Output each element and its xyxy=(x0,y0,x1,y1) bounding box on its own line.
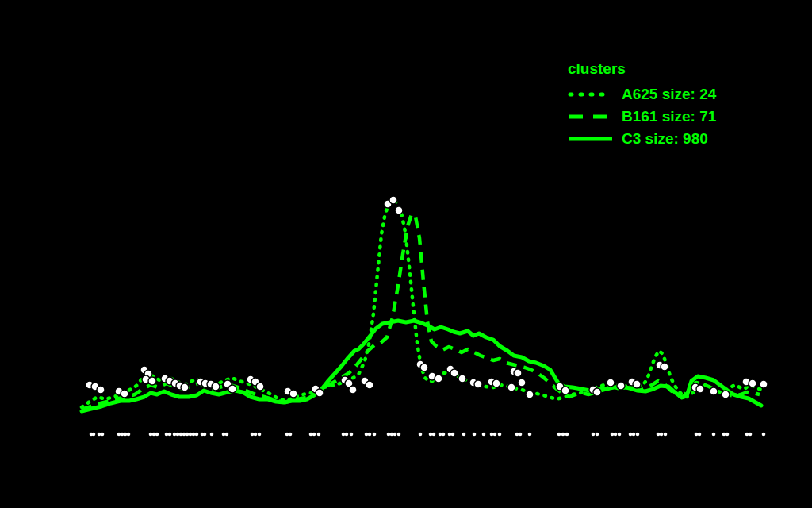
rug-dot xyxy=(165,433,169,437)
rug-dot xyxy=(101,433,105,437)
rug-dot xyxy=(393,433,397,437)
rug-dot xyxy=(660,433,664,437)
rug-dot xyxy=(762,433,766,437)
rug-dot xyxy=(210,433,214,437)
rug-dot xyxy=(432,433,436,437)
rug-dot xyxy=(636,433,640,437)
rug-dot xyxy=(490,433,494,437)
rug-dot xyxy=(448,433,452,437)
rug-dot xyxy=(397,433,401,437)
rug-dot xyxy=(312,433,316,437)
density-plot: clusters A625 size: 24 B161 size: 71 C3 … xyxy=(0,0,812,508)
rug-dot xyxy=(387,433,391,437)
scatter-point xyxy=(289,390,297,398)
rug-dot xyxy=(345,433,349,437)
rug-dot xyxy=(317,433,321,437)
rug-dot xyxy=(121,433,124,437)
rug-dot xyxy=(168,433,172,437)
scatter-point xyxy=(617,382,625,390)
scatter-point xyxy=(760,380,768,388)
rug-dot xyxy=(152,433,156,437)
scatter-point xyxy=(607,379,615,387)
rug-dot xyxy=(726,433,730,437)
rug-dot xyxy=(186,433,190,437)
scatter-point xyxy=(181,383,189,391)
rug-dot xyxy=(596,433,599,437)
scatter-point xyxy=(316,389,324,397)
scatter-point xyxy=(696,385,704,393)
scatter-point xyxy=(349,386,357,394)
rug-dot xyxy=(439,433,442,437)
rug-dot xyxy=(98,433,102,437)
rug-dot xyxy=(429,433,433,437)
legend: clusters A625 size: 24 B161 size: 71 C3 … xyxy=(568,60,716,150)
rug-dot xyxy=(251,433,255,437)
rug-dot xyxy=(712,433,716,437)
rug-dot xyxy=(189,433,193,437)
scatter-point xyxy=(518,379,526,387)
scatter-point xyxy=(593,388,601,396)
rug-dot xyxy=(92,433,96,437)
rug-dot xyxy=(519,433,523,437)
rug-dot xyxy=(657,433,661,437)
legend-item-a625: A625 size: 24 xyxy=(568,83,716,106)
rug-dot xyxy=(258,433,262,437)
rug-dot xyxy=(192,433,196,437)
rug-dot xyxy=(254,433,258,437)
rug-dot xyxy=(368,433,372,437)
rug-dot xyxy=(176,433,180,437)
rug-dot xyxy=(442,433,446,437)
legend-item-c3: C3 size: 980 xyxy=(568,128,716,150)
scatter-point xyxy=(97,386,105,394)
rug-dot xyxy=(695,433,699,437)
legend-label: C3 size: 980 xyxy=(622,130,708,148)
legend-item-b161: B161 size: 71 xyxy=(568,106,716,128)
solid-line-key-icon xyxy=(568,135,614,143)
rug-dot xyxy=(419,433,423,437)
rug-dot xyxy=(664,433,668,437)
rug-dot xyxy=(365,433,369,437)
rug-dot xyxy=(289,433,293,437)
rug-dot xyxy=(557,433,561,437)
series-line-b161 xyxy=(82,214,760,410)
scatter-point xyxy=(710,387,718,395)
rug-dot xyxy=(285,433,289,437)
rug-dot xyxy=(350,433,354,437)
rug-dot xyxy=(745,433,749,437)
rug-dot xyxy=(749,433,753,437)
rug-dot xyxy=(155,433,159,437)
scatter-point xyxy=(395,206,403,214)
scatter-point xyxy=(212,383,220,391)
rug-dot xyxy=(722,433,726,437)
legend-label: A625 size: 24 xyxy=(622,86,716,103)
rug-dot xyxy=(451,433,455,437)
rug-dot xyxy=(618,433,622,437)
scatter-point xyxy=(256,383,264,391)
rug-dot xyxy=(515,433,519,437)
rug-dot xyxy=(182,433,186,437)
rug-dot xyxy=(498,433,502,437)
legend-title: clusters xyxy=(568,60,716,78)
scatter-point xyxy=(474,380,482,388)
scatter-point xyxy=(435,375,442,383)
scatter-point xyxy=(508,383,515,391)
scatter-point xyxy=(514,369,522,377)
legend-label: B161 size: 71 xyxy=(622,108,716,125)
scatter-point xyxy=(492,379,500,387)
scatter-point xyxy=(121,390,128,398)
scatter-point xyxy=(450,369,458,377)
rug-dot xyxy=(561,433,565,437)
rug-dot xyxy=(127,433,131,437)
dotted-line-key-icon xyxy=(568,90,614,98)
rug-dot xyxy=(632,433,636,437)
rug-dot xyxy=(149,433,153,437)
rug-dot xyxy=(592,433,596,437)
rug-dot xyxy=(373,433,377,437)
scatter-point xyxy=(458,375,466,383)
rug-dot xyxy=(629,433,633,437)
scatter-point xyxy=(148,377,156,385)
rug-dot xyxy=(309,433,313,437)
rug-dot xyxy=(482,433,486,437)
rug-dot xyxy=(117,433,121,437)
rug-dot xyxy=(203,433,207,437)
